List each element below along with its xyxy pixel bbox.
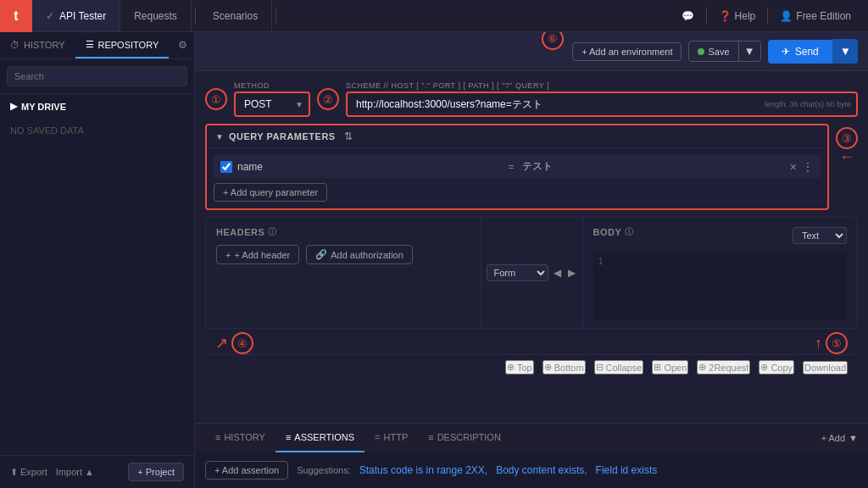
check-icon: ✓: [46, 10, 54, 22]
body-top: BODY ⓘ Text JSON XML: [593, 226, 848, 245]
tab-scenarios[interactable]: Scenarios: [199, 0, 272, 31]
add-dropdown-icon: ▼: [849, 433, 858, 443]
save-button[interactable]: Save: [689, 43, 737, 60]
suggestions-label: Suggestions:: [297, 465, 351, 475]
send-group: ✈ Send ▼: [768, 39, 858, 64]
export-button[interactable]: ⬆ Export: [10, 467, 47, 478]
sidebar-settings-icon[interactable]: ⚙: [171, 32, 194, 58]
url-label: SCHEME // HOST [ ":" PORT ] [ PATH ] [ "…: [346, 81, 858, 90]
nav-left-icon[interactable]: ◀: [552, 265, 563, 280]
top-button[interactable]: ⊕ Top: [505, 360, 534, 374]
nav-right-icon[interactable]: ▶: [566, 265, 577, 280]
search-input[interactable]: [7, 66, 187, 86]
sidebar: ⏱ HISTORY ☰ REPOSITORY ⚙ ▶ MY DRIVE NO S…: [0, 32, 195, 488]
content-area: ⑥ + Add an environment Save ▼ ✈ Send ▼: [195, 32, 868, 488]
history-tab-icon: ≡: [215, 432, 220, 442]
method-select[interactable]: GET POST PUT DELETE PATCH: [234, 92, 310, 117]
body-format-select[interactable]: Text JSON XML: [793, 227, 847, 244]
method-url-row: ① METHOD GET POST PUT DELETE PATCH ▼: [205, 81, 858, 117]
arrow-5-icon: ↑: [815, 335, 822, 352]
query-params-section: ▼ QUERY PARAMETERS ⇅ name = テスト: [205, 124, 829, 210]
body-title: BODY ⓘ: [593, 226, 634, 238]
save-group: Save ▼: [688, 41, 760, 62]
form-select[interactable]: Form Multipart Binary: [487, 264, 548, 281]
param-more-button[interactable]: ⋮: [802, 160, 814, 174]
body-editor[interactable]: 1: [593, 252, 848, 319]
method-select-wrapper: GET POST PUT DELETE PATCH ▼: [234, 92, 310, 117]
add-header-button[interactable]: + + Add header: [216, 245, 299, 264]
main-layout: ⏱ HISTORY ☰ REPOSITORY ⚙ ▶ MY DRIVE NO S…: [0, 32, 868, 488]
annotations-row: ↗ ④ ↑ ⑤: [205, 329, 858, 354]
headers-title: HEADERS ⓘ: [216, 226, 470, 238]
bottom-tab-assertions[interactable]: ≡ ASSERTIONS: [275, 424, 364, 452]
tab-api-tester[interactable]: ✓ API Tester: [32, 0, 120, 31]
url-length-indicator: length: 36 char(s) 60 byte: [765, 100, 851, 108]
request-wrapper: ① METHOD GET POST PUT DELETE PATCH ▼: [195, 71, 868, 390]
body-info-icon: ⓘ: [625, 226, 634, 238]
description-tab-icon: ≡: [428, 432, 433, 442]
send-button[interactable]: ✈ Send: [768, 40, 832, 64]
lock-icon: 🔗: [315, 249, 327, 260]
sidebar-my-drive: ▶ MY DRIVE: [0, 94, 194, 119]
save-dot: [698, 48, 704, 55]
param-row: name = テスト × ⋮: [214, 155, 821, 178]
param-value: テスト: [522, 159, 784, 174]
param-enabled-checkbox[interactable]: [220, 161, 232, 173]
param-delete-button[interactable]: ×: [790, 160, 797, 174]
history-icon: ⏱: [10, 40, 19, 50]
collapse-button[interactable]: ⊟ Collapse: [594, 360, 644, 374]
sort-icon: ⇅: [344, 130, 353, 142]
download-button[interactable]: Download: [803, 361, 848, 374]
bottom-tab-http[interactable]: = HTTP: [364, 424, 418, 452]
top-bar: t ✓ API Tester Requests Scenarios 💬 ❓ He…: [0, 0, 868, 32]
bottom-add-button[interactable]: + Add ▼: [821, 433, 858, 443]
annotation-5-area: ↑ ⑤: [815, 332, 848, 354]
send-dropdown-button[interactable]: ▼: [832, 39, 858, 64]
suggestion-status-link[interactable]: Status code is in range 2XX,: [359, 464, 487, 476]
sidebar-tab-history[interactable]: ⏱ HISTORY: [0, 32, 75, 58]
query-params-header[interactable]: ▼ QUERY PARAMETERS ⇅: [207, 125, 827, 148]
arrow-4-icon: ↗: [215, 334, 228, 352]
query-params-toggle-arrow: ▼: [215, 132, 224, 141]
url-group: SCHEME // HOST [ ":" PORT ] [ PATH ] [ "…: [346, 81, 858, 117]
add-assertion-button[interactable]: + Add assertion: [205, 461, 288, 480]
annotation-2: ②: [317, 88, 339, 110]
bottom-button[interactable]: ⊕ Bottom: [542, 360, 586, 374]
tab-requests[interactable]: Requests: [120, 0, 192, 31]
to-request-button[interactable]: ⊕ 2Request: [697, 360, 750, 374]
my-drive-toggle[interactable]: ▶ MY DRIVE: [10, 101, 184, 112]
bottom-tab-description[interactable]: ≡ DESCRIPTION: [418, 424, 511, 452]
url-input-wrapper: length: 36 char(s) 60 byte: [346, 92, 858, 117]
account-button[interactable]: 👤 Free Edition: [771, 7, 860, 25]
bottom-tab-history[interactable]: ≡ HISTORY: [205, 424, 275, 452]
nav-arrows: ◀ ▶: [552, 265, 577, 280]
headers-body-section: HEADERS ⓘ + + Add header 🔗 Add authoriza…: [205, 217, 858, 329]
sidebar-search-area: [0, 59, 194, 94]
open-button[interactable]: ⊞ Open: [652, 360, 688, 374]
save-dropdown-button[interactable]: ▼: [738, 42, 760, 61]
suggestion-body-link[interactable]: Body content exists,: [496, 464, 587, 476]
send-icon: ✈: [782, 46, 790, 58]
export-icon: ⬆: [10, 467, 18, 478]
body-section: BODY ⓘ Text JSON XML 1: [583, 218, 858, 328]
line-number: 1: [598, 257, 604, 266]
copy-button[interactable]: ⊕ Copy: [759, 360, 794, 374]
repository-icon: ☰: [86, 39, 94, 50]
method-group: METHOD GET POST PUT DELETE PATCH ▼: [234, 81, 310, 117]
annotation-5: ⑤: [826, 332, 848, 354]
add-environment-button[interactable]: + Add an environment: [572, 42, 682, 61]
chat-button[interactable]: 💬: [673, 7, 703, 25]
suggestion-field-link[interactable]: Field id exists: [596, 464, 658, 476]
top-right-actions: 💬 ❓ Help 👤 Free Edition: [673, 7, 868, 25]
arrow-3-icon: ←: [839, 149, 854, 164]
sidebar-tab-repository[interactable]: ☰ REPOSITORY: [75, 32, 170, 58]
project-button[interactable]: + Project: [128, 463, 184, 481]
import-button[interactable]: Import ▲: [56, 467, 94, 477]
annotation-3: ③: [836, 127, 858, 149]
add-auth-button[interactable]: 🔗 Add authorization: [306, 245, 413, 264]
add-query-param-button[interactable]: + Add query parameter: [214, 183, 327, 202]
query-params-wrapper: ▼ QUERY PARAMETERS ⇅ name = テスト: [205, 124, 829, 210]
body-actions: ⊕ Top ⊕ Bottom ⊟ Collapse ⊞ Open ⊕ 2Requ…: [205, 354, 858, 380]
query-params-body: name = テスト × ⋮ + Add query parameter: [207, 148, 827, 208]
help-button[interactable]: ❓ Help: [710, 7, 765, 25]
